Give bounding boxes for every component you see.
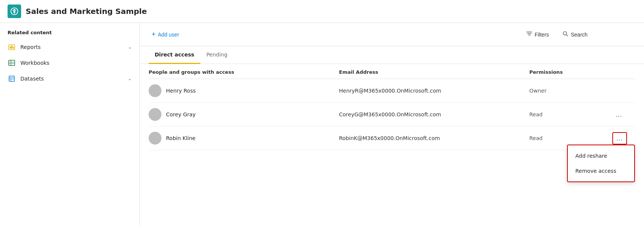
more-options-button[interactable]: … — [612, 109, 626, 120]
row-actions: … Add reshare Remove access — [612, 132, 635, 145]
person-name: Corey Gray — [166, 111, 196, 117]
app-header: Sales and Marketing Sample — [0, 0, 644, 23]
access-table: People and groups with access Email Addr… — [140, 64, 644, 150]
search-icon — [563, 31, 569, 38]
reports-chevron-icon: ⌄ — [128, 44, 132, 50]
remove-access-item[interactable]: Remove access — [568, 163, 634, 178]
main-content: + Add user Filters — [140, 23, 644, 225]
col-email: Email Address — [339, 69, 530, 75]
sidebar-datasets-label: Datasets — [20, 76, 128, 82]
email-cell: RobinK@M365x0000.OnMicrosoft.com — [339, 135, 530, 141]
more-options-button[interactable]: … — [612, 132, 627, 145]
svg-line-15 — [566, 35, 568, 36]
main-layout: Related content Reports ⌄ — [0, 23, 644, 225]
avatar — [149, 84, 161, 97]
search-button[interactable]: Search — [559, 29, 635, 40]
tab-direct-access-label: Direct access — [155, 52, 194, 58]
toolbar: + Add user Filters — [140, 23, 644, 46]
tab-direct-access[interactable]: Direct access — [149, 46, 200, 64]
table-row: Robin Kline RobinK@M365x0000.OnMicrosoft… — [149, 126, 635, 150]
permission-cell: Owner — [529, 88, 612, 94]
svg-rect-10 — [9, 76, 14, 81]
svg-point-1 — [13, 11, 15, 13]
filter-icon — [526, 31, 532, 38]
report-icon — [8, 43, 16, 51]
svg-rect-5 — [13, 47, 14, 49]
person-cell: Henry Ross — [149, 84, 339, 97]
sidebar-item-reports[interactable]: Reports ⌄ — [0, 39, 139, 55]
plus-icon: + — [152, 30, 156, 38]
svg-rect-4 — [11, 46, 12, 49]
search-label: Search — [571, 32, 587, 38]
person-name: Robin Kline — [166, 135, 195, 141]
table-header: People and groups with access Email Addr… — [149, 64, 635, 79]
datasets-chevron-icon: ⌄ — [128, 76, 132, 81]
workbook-icon — [8, 59, 16, 67]
person-name: Henry Ross — [166, 88, 196, 94]
person-cell: Robin Kline — [149, 132, 339, 145]
avatar — [149, 108, 161, 121]
row-actions: … — [612, 109, 635, 120]
col-actions — [612, 69, 635, 75]
sidebar: Related content Reports ⌄ — [0, 23, 140, 225]
add-user-label: Add user — [158, 32, 179, 38]
add-reshare-item[interactable]: Add reshare — [568, 148, 634, 163]
person-cell: Corey Gray — [149, 108, 339, 121]
filters-button[interactable]: Filters — [523, 29, 552, 40]
sidebar-workbooks-label: Workbooks — [20, 60, 132, 66]
col-permissions: Permissions — [529, 69, 612, 75]
context-menu: Add reshare Remove access — [567, 145, 635, 182]
svg-rect-6 — [9, 60, 15, 66]
sidebar-reports-label: Reports — [20, 44, 128, 50]
dataset-icon — [8, 75, 16, 83]
col-people: People and groups with access — [149, 69, 339, 75]
avatar — [149, 132, 161, 145]
page-title: Sales and Marketing Sample — [26, 7, 147, 16]
permission-cell: Read — [529, 111, 612, 117]
add-user-button[interactable]: + Add user — [149, 28, 182, 41]
svg-rect-3 — [10, 46, 11, 49]
toolbar-right: Filters Search — [523, 29, 635, 40]
sidebar-section-label: Related content — [0, 23, 139, 39]
tabs-bar: Direct access Pending — [140, 46, 644, 64]
sidebar-item-datasets[interactable]: Datasets ⌄ — [0, 71, 139, 87]
tab-pending[interactable]: Pending — [200, 46, 234, 64]
email-cell: CoreyG@M365x0000.OnMicrosoft.com — [339, 111, 530, 117]
table-row: Corey Gray CoreyG@M365x0000.OnMicrosoft.… — [149, 103, 635, 126]
email-cell: HenryR@M365x0000.OnMicrosoft.com — [339, 88, 530, 94]
tab-pending-label: Pending — [206, 52, 227, 58]
permission-cell: Read — [529, 135, 612, 141]
sidebar-item-workbooks[interactable]: Workbooks — [0, 55, 139, 71]
table-row: Henry Ross HenryR@M365x0000.OnMicrosoft.… — [149, 79, 635, 103]
app-icon — [8, 5, 21, 18]
filters-label: Filters — [535, 32, 549, 38]
